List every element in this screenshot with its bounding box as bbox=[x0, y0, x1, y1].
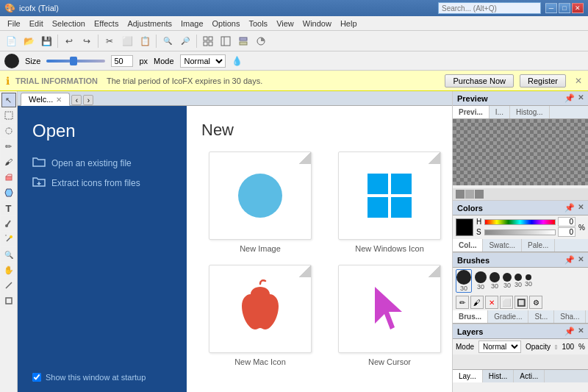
preview-tab-info[interactable]: I... bbox=[490, 106, 510, 118]
tab-next-button[interactable]: › bbox=[83, 95, 93, 105]
layers-bottom-tab[interactable]: Lay... bbox=[453, 370, 483, 382]
brush-tool-5[interactable]: 🔲 bbox=[514, 296, 528, 309]
hue-value[interactable] bbox=[558, 217, 576, 227]
paste-button[interactable]: 📋 bbox=[137, 33, 153, 49]
startup-checkbox[interactable] bbox=[32, 373, 41, 382]
colors-close-button[interactable]: ✕ bbox=[578, 203, 584, 213]
brushes-tab-brush[interactable]: Brus... bbox=[453, 310, 488, 323]
foreground-color-swatch[interactable] bbox=[456, 218, 473, 236]
brushes-close-button[interactable]: ✕ bbox=[578, 255, 584, 265]
opacity-slider[interactable] bbox=[555, 345, 557, 349]
brush-item-6[interactable]: 30 bbox=[525, 274, 532, 288]
new-image-card[interactable] bbox=[209, 152, 312, 240]
new-cursor-card[interactable] bbox=[338, 265, 441, 353]
save-button[interactable]: 💾 bbox=[38, 33, 54, 49]
tool-wand[interactable] bbox=[1, 232, 16, 246]
tool-text[interactable]: T bbox=[1, 201, 16, 215]
layers-mode-select[interactable]: Normal Multiply bbox=[478, 341, 521, 353]
sat-value[interactable] bbox=[558, 227, 576, 237]
brush-tool-2[interactable]: 🖌 bbox=[470, 296, 484, 309]
menu-tools[interactable]: Tools bbox=[244, 18, 272, 29]
menu-window[interactable]: Window bbox=[298, 18, 336, 29]
maximize-button[interactable]: □ bbox=[559, 3, 570, 13]
brush-tool-4[interactable]: ⬜ bbox=[500, 296, 513, 309]
register-button[interactable]: Register bbox=[520, 74, 566, 88]
minimize-button[interactable]: ─ bbox=[545, 3, 557, 13]
cut-button[interactable]: ✂ bbox=[101, 33, 118, 49]
actions-bottom-tab[interactable]: Acti... bbox=[514, 370, 545, 382]
menu-selection[interactable]: Selection bbox=[48, 18, 90, 29]
size-value-input[interactable] bbox=[111, 55, 133, 67]
new-windows-card[interactable] bbox=[338, 152, 441, 240]
colors-tab-swatches[interactable]: Swatc... bbox=[483, 239, 522, 252]
new-image-item[interactable]: New Image bbox=[201, 152, 319, 253]
menu-view[interactable]: View bbox=[272, 18, 298, 29]
preview-pin-icon[interactable]: 📌 bbox=[564, 93, 575, 103]
layers-button[interactable] bbox=[235, 33, 251, 49]
menu-image[interactable]: Image bbox=[176, 18, 208, 29]
tool-lasso[interactable] bbox=[1, 124, 16, 138]
zoom-out-button[interactable]: 🔎 bbox=[177, 33, 193, 49]
menu-edit[interactable]: Edit bbox=[25, 18, 48, 29]
tab-prev-button[interactable]: ‹ bbox=[71, 95, 82, 105]
new-file-button[interactable]: 📄 bbox=[3, 33, 19, 49]
colors-tab-color[interactable]: Col... bbox=[453, 239, 483, 252]
brush-item-1[interactable]: 30 bbox=[456, 269, 472, 293]
copy-button[interactable]: ⬜ bbox=[119, 33, 135, 49]
brush-tool-1[interactable]: ✏ bbox=[456, 296, 469, 309]
undo-button[interactable]: ↩ bbox=[61, 33, 77, 49]
preview-tab-preview[interactable]: Previ... bbox=[453, 106, 490, 118]
eyedropper-icon[interactable]: 💧 bbox=[232, 56, 243, 66]
purchase-button[interactable]: Purchase Now bbox=[445, 74, 514, 88]
tool-eyedropper[interactable] bbox=[1, 216, 16, 231]
sat-slider[interactable] bbox=[484, 229, 556, 235]
tool-eraser[interactable] bbox=[1, 170, 16, 185]
mode-select[interactable]: Normal Multiply Screen bbox=[180, 54, 226, 68]
brush-item-3[interactable]: 30 bbox=[490, 272, 500, 290]
brush-tool-6[interactable]: ⚙ bbox=[529, 296, 542, 309]
tool-zoom[interactable]: 🔍 bbox=[1, 247, 16, 262]
menu-adjustments[interactable]: Adjustments bbox=[123, 18, 176, 29]
tool-shape[interactable] bbox=[1, 293, 16, 308]
colors-tab-palette[interactable]: Pale... bbox=[522, 239, 555, 252]
opacity-button[interactable] bbox=[253, 33, 269, 49]
tool-pencil[interactable]: ✏ bbox=[1, 139, 16, 154]
size-slider-thumb[interactable] bbox=[70, 57, 77, 65]
new-cursor-item[interactable]: New Cursor bbox=[331, 265, 448, 366]
preview-close-button[interactable]: ✕ bbox=[578, 93, 584, 103]
brushes-tab-shape[interactable]: Sha... bbox=[554, 310, 586, 323]
brushes-tab-stroke[interactable]: St... bbox=[528, 310, 554, 323]
view-button[interactable] bbox=[218, 33, 234, 49]
brush-item-4[interactable]: 30 bbox=[503, 273, 512, 289]
brushes-pin-icon[interactable]: 📌 bbox=[564, 255, 575, 265]
brush-item-5[interactable]: 30 bbox=[514, 274, 522, 288]
brushes-tab-gradient[interactable]: Gradie... bbox=[488, 310, 528, 323]
layers-pin-icon[interactable]: 📌 bbox=[564, 327, 575, 336]
welcome-tab-close[interactable]: ✕ bbox=[56, 96, 62, 104]
tool-hand[interactable]: ✋ bbox=[1, 263, 16, 277]
search-input[interactable] bbox=[438, 2, 541, 14]
preview-tab-histogram[interactable]: Histog... bbox=[510, 106, 550, 118]
menu-options[interactable]: Options bbox=[208, 18, 245, 29]
tool-rect-select[interactable] bbox=[1, 108, 16, 123]
tool-fill[interactable] bbox=[1, 185, 16, 200]
menu-file[interactable]: File bbox=[3, 18, 25, 29]
layers-close-button[interactable]: ✕ bbox=[578, 327, 584, 336]
brush-tool-3[interactable]: ✕ bbox=[485, 296, 498, 309]
hue-slider[interactable] bbox=[484, 219, 556, 225]
trial-close-button[interactable]: ✕ bbox=[575, 76, 582, 86]
menu-effects[interactable]: Effects bbox=[90, 18, 123, 29]
open-file-button[interactable]: 📂 bbox=[21, 33, 37, 49]
extract-icons[interactable]: Extract icons from files bbox=[32, 173, 172, 193]
tool-line[interactable] bbox=[1, 278, 16, 293]
colors-pin-icon[interactable]: 📌 bbox=[564, 203, 575, 213]
close-button[interactable]: ✕ bbox=[572, 3, 584, 13]
open-existing-file[interactable]: Open an existing file bbox=[32, 153, 172, 173]
redo-button[interactable]: ↪ bbox=[79, 33, 95, 49]
menu-help[interactable]: Help bbox=[336, 18, 362, 29]
tool-brush[interactable]: 🖌 bbox=[1, 154, 16, 169]
welcome-tab[interactable]: Welc... ✕ bbox=[21, 93, 70, 106]
brush-item-2[interactable]: 30 bbox=[475, 271, 487, 291]
new-windows-icon-item[interactable]: New Windows Icon bbox=[331, 152, 448, 253]
size-slider[interactable] bbox=[46, 60, 105, 63]
